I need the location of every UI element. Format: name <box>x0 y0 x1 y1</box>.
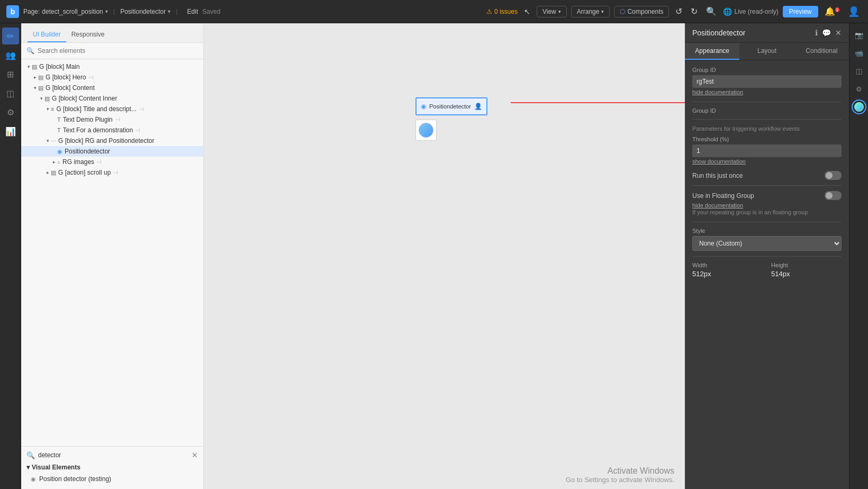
position-detector-item[interactable]: ◉ Position detector (testing) <box>26 473 198 485</box>
close-icon[interactable]: ✕ <box>835 29 842 37</box>
connector-arrow <box>511 92 685 119</box>
arrow-icon[interactable]: ▸ <box>44 170 51 175</box>
panel-tabs: UI Builder Responsive <box>21 23 203 43</box>
floating-group-row: Use in Floating Group <box>692 191 842 200</box>
threshold-field: Threshold (%) show documentation <box>692 136 842 165</box>
elements-search[interactable]: 🔍 <box>21 43 203 59</box>
arrow-icon[interactable]: ▾ <box>32 85 38 90</box>
close-search-button[interactable]: ✕ <box>192 451 198 459</box>
bottom-search-input[interactable] <box>38 451 188 459</box>
components-button[interactable]: ⬡ Components <box>614 6 669 17</box>
preview-button[interactable]: Preview <box>783 6 818 17</box>
block-icon: ▤ <box>38 85 43 92</box>
tree-item[interactable]: T Text Demo Plugin ⊣ <box>21 114 203 125</box>
divider <box>692 256 842 257</box>
canvas-area[interactable]: ◉ Positiondetector 👤 Activate Windows Go <box>204 23 685 489</box>
tree-item-positiondetector[interactable]: ◉ Positiondetector <box>21 146 203 157</box>
cursor-tool[interactable]: ↖ <box>522 5 532 18</box>
user-avatar[interactable]: 👤 <box>846 4 862 20</box>
arrow-icon[interactable]: ▾ <box>25 64 32 69</box>
arrange-label: Arrange <box>577 8 600 15</box>
arrow-icon[interactable]: ▾ <box>44 138 51 143</box>
tab-ui-builder[interactable]: UI Builder <box>28 28 66 42</box>
arrow-icon[interactable]: ▸ <box>51 159 57 165</box>
properties-title: Positiondetector <box>692 29 811 37</box>
info-icon[interactable]: ℹ <box>815 29 818 37</box>
components-icon: ⬡ <box>620 8 625 15</box>
strip-icon-video[interactable]: 📹 <box>852 46 866 60</box>
style-label: Style <box>692 228 842 234</box>
strip-icon-layers[interactable]: ◫ <box>852 64 866 78</box>
divider <box>692 222 842 222</box>
search-button[interactable]: 🔍 <box>704 4 719 19</box>
element-tree: ▾ ▤ G [block] Main ▸ ▤ G [block] Hero ⊣ … <box>21 59 203 446</box>
hide-doc-link2[interactable]: hide documentation <box>692 202 842 209</box>
tree-item[interactable]: ▾ ▤ G [block] Content <box>21 83 203 93</box>
view-button[interactable]: View ▾ <box>537 6 567 17</box>
threshold-input[interactable] <box>692 144 842 157</box>
component-name: Positiondetector <box>120 8 166 15</box>
undo-button[interactable]: ↺ <box>673 4 684 19</box>
page-selector[interactable]: Page: detect_scroll_position ▾ <box>23 8 108 15</box>
search-input[interactable] <box>38 47 198 55</box>
divider <box>692 102 842 102</box>
left-icon-pencil[interactable]: ✏ <box>2 28 19 44</box>
run-once-toggle[interactable] <box>825 171 842 180</box>
arrow-icon[interactable]: ▾ <box>44 106 51 112</box>
height-value[interactable]: 514px <box>771 270 842 278</box>
show-doc-link[interactable]: show documentation <box>692 158 842 165</box>
activate-windows: Activate Windows Go to Settings to activ… <box>566 466 674 484</box>
arrange-button[interactable]: Arrange ▾ <box>571 6 610 17</box>
bottom-search-row[interactable]: 🔍 ✕ <box>26 451 198 459</box>
left-icon-layers[interactable]: ◫ <box>2 85 19 102</box>
hide-icon: ⊣ <box>88 74 94 81</box>
canvas-positiondetector-element[interactable]: ◉ Positiondetector 👤 <box>415 97 487 141</box>
tree-item[interactable]: ▸ ▤ G [block] Hero ⊣ <box>21 72 203 83</box>
activate-windows-subtitle: Go to Settings to activate Windows. <box>566 476 674 484</box>
tab-responsive[interactable]: Responsive <box>66 28 110 42</box>
collapse-icon[interactable]: ▾ <box>26 464 30 471</box>
element-label: Positiondetector <box>429 103 471 110</box>
strip-icon-camera[interactable]: 📷 <box>852 28 866 42</box>
tab-layout[interactable]: Layout <box>739 43 794 60</box>
group-id-input[interactable] <box>692 75 842 88</box>
component-selector[interactable]: Positiondetector ▾ <box>120 8 170 15</box>
positiondetector-box[interactable]: ◉ Positiondetector 👤 <box>415 97 487 115</box>
item-label: RG images <box>62 158 94 166</box>
comment-icon[interactable]: 💬 <box>822 29 831 37</box>
item-label: G [block] Hero <box>46 74 86 81</box>
left-icon-chart[interactable]: 📊 <box>2 123 19 140</box>
tree-item[interactable]: T Text For a demonstration ⊣ <box>21 125 203 135</box>
item-label: G [block] Main <box>39 63 80 70</box>
tree-item[interactable]: ▾ ⋯ G [block] RG and Positiondetector <box>21 135 203 146</box>
page-label: Page: <box>23 8 40 15</box>
width-value[interactable]: 512px <box>692 270 763 278</box>
tree-item[interactable]: ▾ ▤ G [block] Content Inner <box>21 93 203 104</box>
style-field: Style None (Custom) <box>692 228 842 251</box>
tree-item[interactable]: ▸ ○ RG images ⊣ <box>21 157 203 167</box>
detector-icon: ◉ <box>31 476 36 483</box>
strip-icon-avatar[interactable] <box>852 99 866 114</box>
tab-appearance[interactable]: Appearance <box>685 43 739 60</box>
strip-icon-gear[interactable]: ⚙ <box>852 82 866 96</box>
hide-doc-link[interactable]: hide documentation <box>692 89 842 95</box>
page-dropdown-icon[interactable]: ▾ <box>105 8 108 14</box>
issues-indicator[interactable]: ⚠ 0 issues <box>486 8 518 15</box>
notifications-button[interactable]: 🔔1 <box>822 4 842 19</box>
component-dropdown-icon[interactable]: ▾ <box>168 8 170 14</box>
tree-item[interactable]: ▾ ▤ G [block] Main <box>21 61 203 72</box>
style-select[interactable]: None (Custom) <box>692 236 842 251</box>
left-icon-settings[interactable]: ⚙ <box>2 104 19 121</box>
arrow-icon[interactable]: ▸ <box>32 75 38 80</box>
tree-item[interactable]: ▾ ≡ G [block] Title and descript... ⊣ <box>21 104 203 114</box>
arrow-icon[interactable]: ▾ <box>38 96 44 101</box>
floating-toggle[interactable] <box>825 191 842 200</box>
item-label: G [block] Title and descript... <box>56 105 136 113</box>
divider <box>692 119 842 120</box>
redo-button[interactable]: ↻ <box>689 4 700 19</box>
left-icon-users[interactable]: 👥 <box>2 47 19 64</box>
left-icon-grid[interactable]: ⊞ <box>2 66 19 83</box>
tree-item[interactable]: ▸ ▤ G [action] scroll up ⊣ <box>21 167 203 178</box>
tab-conditional[interactable]: Conditional <box>794 43 849 60</box>
block-icon: ≡ <box>51 106 54 112</box>
